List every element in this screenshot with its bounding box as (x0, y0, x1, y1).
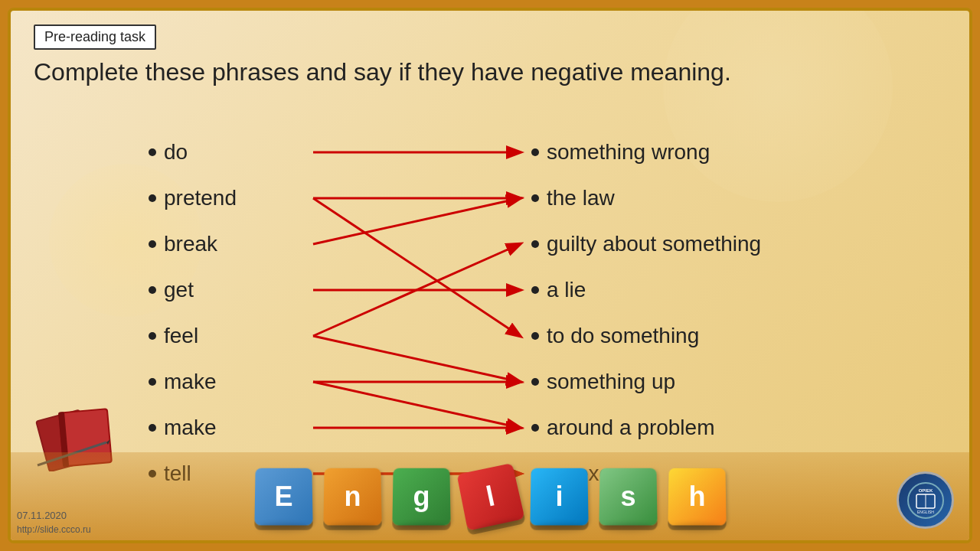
main-frame: Pre-reading task Complete these phrases … (8, 8, 972, 543)
date-text: 07.11.2020 (17, 508, 91, 523)
list-item: make (149, 359, 394, 405)
cube-g: g (392, 468, 450, 526)
logo-circle: OPIEK ENGLISH (897, 471, 954, 529)
list-item: get (149, 267, 394, 313)
list-item: around a problem (531, 405, 761, 451)
right-column: something wrong the law guilty about som… (531, 129, 761, 497)
list-item: guilty about something (531, 221, 761, 267)
list-item: feel (149, 313, 394, 359)
list-item: something up (531, 359, 761, 405)
cube-i: i (530, 468, 588, 526)
list-item: pretend (149, 175, 394, 221)
list-item: do (149, 129, 394, 175)
list-item: a lie (531, 267, 761, 313)
badge-label: Pre-reading task (44, 29, 145, 44)
url-text: http://slide.ccco.ru (17, 523, 91, 536)
cube-n: n (323, 468, 381, 526)
cube-l: l (456, 463, 524, 531)
cube-E: E (254, 468, 312, 526)
list-item: to do something (531, 313, 761, 359)
cube-s: s (599, 468, 657, 526)
cube-h: h (668, 468, 726, 526)
left-column: do pretend break get feel make make tell (149, 129, 394, 497)
list-item: break (149, 221, 394, 267)
list-item: something wrong (531, 129, 761, 175)
list-item: the law (531, 175, 761, 221)
list-item: make (149, 405, 394, 451)
bottom-info: 07.11.2020 http://slide.ccco.ru (17, 508, 91, 537)
main-title: Complete these phrases and say if they h… (34, 57, 946, 89)
svg-text:OPIEK: OPIEK (918, 488, 933, 493)
svg-text:ENGLISH: ENGLISH (917, 510, 934, 514)
bottom-bar: E n g l i s h (11, 452, 969, 540)
pre-reading-badge: Pre-reading task (34, 24, 156, 50)
